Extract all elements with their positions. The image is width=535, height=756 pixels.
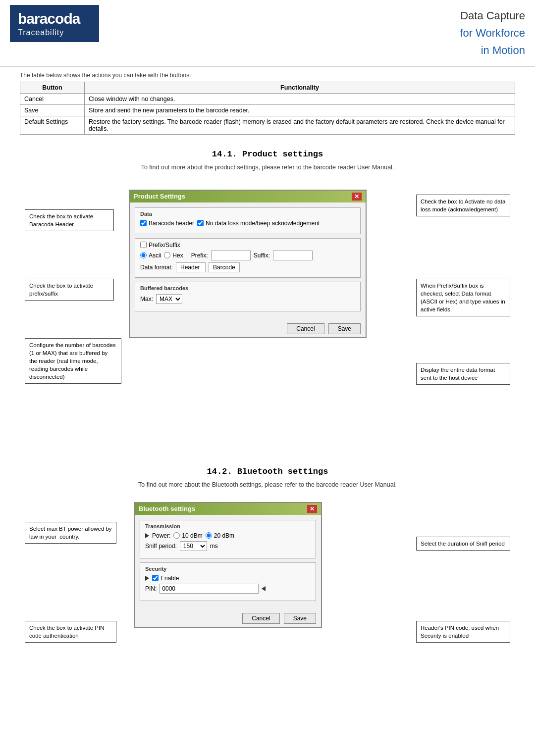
section-bluetooth-heading: 14.2. Bluetooth settings — [20, 467, 515, 476]
power-arrow — [145, 533, 149, 538]
power-10-label: 10 dBm — [182, 532, 202, 539]
prefix-suffix-group-label: Prefix/Suffix — [149, 242, 180, 249]
functionality-cell: Close window with no changes. — [85, 93, 515, 104]
table-caption: The table below shows the actions you ca… — [20, 72, 515, 79]
table-row: Default SettingsRestore the factory sett… — [20, 116, 515, 134]
buffered-group: Buffered barcodes Max: MAX 1 — [135, 282, 361, 311]
annot-prod-left1: Check the box to activate Baracoda Heade… — [25, 209, 114, 231]
data-format-label: Data format: — [140, 264, 173, 271]
section-product-intro: To find out more about the product setti… — [20, 164, 515, 171]
product-diagram: Check the box to activate Baracoda Heade… — [25, 180, 510, 457]
bt-dialog-box: Bluetooth settings ✕ Transmission Power:… — [134, 502, 322, 628]
prefix-input[interactable] — [211, 251, 251, 260]
section-bluetooth-intro: To find out more about the Bluetooth set… — [20, 481, 515, 488]
suffix-input[interactable] — [273, 251, 313, 260]
pin-input[interactable] — [160, 584, 259, 594]
power-20-radio[interactable] — [206, 532, 212, 539]
ascii-radio-item[interactable]: Ascii — [140, 252, 161, 259]
data-group: Data Baracoda header No data loss mode/b… — [135, 207, 361, 234]
bt-dialog-buttons: Cancel Save — [135, 610, 321, 627]
col-functionality: Functionality — [85, 82, 515, 93]
ascii-radio[interactable] — [140, 252, 147, 258]
data-format-row: Data format: Header Barcode — [140, 262, 355, 272]
power-row: Power: 10 dBm 20 dBm — [145, 532, 311, 539]
product-cancel-button[interactable]: Cancel — [287, 323, 324, 334]
hex-radio[interactable] — [164, 252, 170, 258]
transmission-group: Transmission Power: 10 dBm 20 dBm — [140, 520, 316, 558]
hex-label: Hex — [172, 252, 183, 259]
power-10-item[interactable]: 10 dBm — [173, 532, 202, 539]
logo-top: baracoda — [18, 10, 91, 28]
power-20-item[interactable]: 20 dBm — [206, 532, 234, 539]
annot-bt-left2: Check the box to activate PIN code authe… — [25, 621, 116, 643]
prefix-suffix-group: Prefix/Suffix Ascii Hex — [135, 238, 361, 278]
prefix-text-label: Prefix: — [191, 252, 208, 259]
pin-label: PIN: — [145, 585, 157, 592]
bt-dialog-content: Transmission Power: 10 dBm 20 dBm — [135, 515, 321, 610]
annot-prod-right1: Check the box to Activate no data loss m… — [416, 195, 510, 216]
max-label: Max: — [140, 296, 153, 302]
bt-save-button[interactable]: Save — [284, 613, 316, 624]
hex-radio-item[interactable]: Hex — [164, 252, 183, 259]
logo: baracoda Traceability — [10, 5, 99, 42]
no-data-loss-check[interactable]: No data loss mode/beep acknowledgement — [197, 220, 320, 227]
baracoda-header-checkbox[interactable] — [140, 220, 147, 226]
table-row: CancelClose window with no changes. — [20, 93, 515, 104]
page-header: baracoda Traceability Data Capture for W… — [0, 0, 535, 67]
button-name-cell: Default Settings — [20, 116, 85, 134]
product-dialog-close[interactable]: ✕ — [352, 193, 362, 201]
col-button: Button — [20, 82, 85, 93]
header-format-box: Header — [176, 262, 206, 272]
annot-bt-right2: Reader's PIN code, used when Security is… — [416, 621, 510, 643]
button-name-cell: Save — [20, 104, 85, 116]
baracoda-header-label: Baracoda header — [149, 220, 194, 227]
button-name-cell: Cancel — [20, 93, 85, 104]
transmission-group-label: Transmission — [145, 523, 311, 529]
sniff-row: Sniff period: 150 200 300 ms — [145, 541, 311, 551]
sniff-label: Sniff period: — [145, 543, 177, 550]
header-title: Data Capture for Workforce in Motion — [460, 5, 525, 61]
bt-cancel-button[interactable]: Cancel — [242, 613, 279, 624]
annot-bt-right1: Select the duration of Sniff period — [416, 537, 510, 551]
title-line1: Data Capture — [460, 7, 525, 24]
main-content: The table below shows the actions you ca… — [0, 67, 535, 756]
bt-dialog-close[interactable]: ✕ — [307, 505, 317, 513]
data-group-label: Data — [140, 211, 355, 217]
buffered-group-label: Buffered barcodes — [140, 285, 355, 291]
product-dialog-buttons: Cancel Save — [130, 320, 366, 337]
annot-prod-left3: Configure the number of barcodes (1 or M… — [25, 338, 121, 384]
title-line2: for Workforce — [460, 24, 525, 42]
functionality-cell: Store and send the new parameters to the… — [85, 104, 515, 116]
suffix-text-label: Suffix: — [254, 252, 270, 259]
sniff-select[interactable]: 150 200 300 — [180, 541, 207, 551]
security-arrow — [145, 576, 149, 581]
security-enable-label: Enable — [160, 575, 179, 582]
power-label: Power: — [152, 532, 170, 539]
power-20-label: 20 dBm — [214, 532, 234, 539]
section-product-heading: 14.1. Product settings — [20, 150, 515, 159]
annot-prod-left2: Check the box to activate prefix/suffix — [25, 279, 114, 301]
product-save-button[interactable]: Save — [328, 323, 361, 334]
security-enable-checkbox[interactable] — [152, 575, 159, 581]
security-enable-item[interactable]: Enable — [152, 575, 179, 582]
prefix-suffix-checkbox-item[interactable]: Prefix/Suffix — [140, 242, 180, 249]
max-select[interactable]: MAX 1 — [156, 294, 182, 304]
product-dialog-content: Data Baracoda header No data loss mode/b… — [130, 202, 366, 320]
functionality-cell: Restore the factory settings. The barcod… — [85, 116, 515, 134]
power-10-radio[interactable] — [173, 532, 180, 539]
baracoda-header-check[interactable]: Baracoda header — [140, 220, 194, 227]
table-row: SaveStore and send the new parameters to… — [20, 104, 515, 116]
security-enable-row: Enable — [145, 575, 311, 582]
annot-bt-left1: Select max BT power allowed by law in yo… — [25, 522, 116, 544]
ascii-label: Ascii — [149, 252, 161, 259]
security-group: Security Enable PIN: — [140, 562, 316, 601]
no-data-loss-label: No data loss mode/beep acknowledgement — [206, 220, 320, 227]
pin-arrow — [262, 586, 266, 591]
product-settings-dialog: Product Settings ✕ Data Baracoda header — [129, 190, 367, 338]
prefix-suffix-checkbox[interactable] — [140, 242, 147, 248]
no-data-loss-checkbox[interactable] — [197, 220, 204, 226]
product-dialog-title: Product Settings — [134, 193, 185, 200]
prefix-suffix-check-row: Prefix/Suffix — [140, 242, 355, 249]
bt-dialog-title: Bluetooth settings — [139, 505, 195, 512]
security-group-label: Security — [145, 566, 311, 572]
